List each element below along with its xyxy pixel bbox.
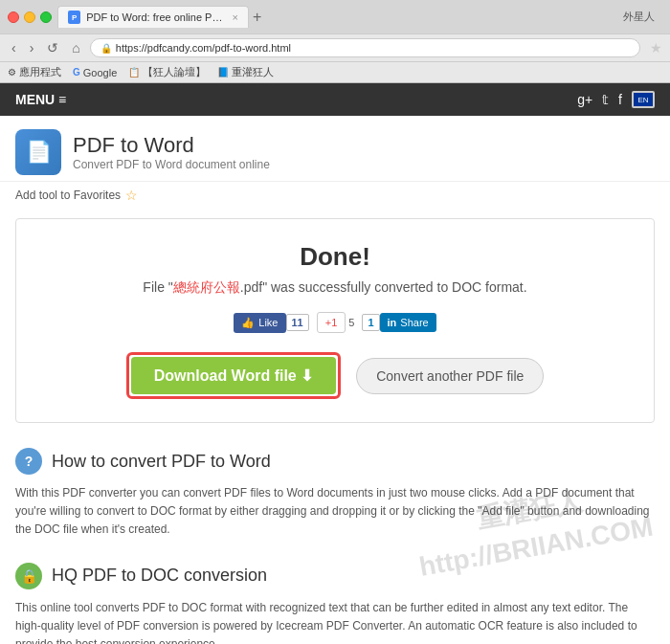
how-to-header: ? How to convert PDF to Word — [15, 448, 655, 475]
forum-icon: 📋 — [128, 67, 140, 78]
menu-button[interactable]: MENU ≡ — [15, 92, 66, 107]
favorites-star-icon[interactable]: ☆ — [125, 188, 138, 203]
url-text: https://pdfcandy.com/pdf-to-word.html — [116, 42, 291, 54]
app-icon-symbol: 📄 — [26, 140, 52, 165]
tab-bar: P PDF to Word: free online PDF × × + — [57, 6, 261, 28]
hq-title: HQ PDF to DOC conversion — [52, 566, 267, 586]
active-tab[interactable]: P PDF to Word: free online PDF × × — [57, 6, 249, 28]
bookmark-apps-label: 應用程式 — [19, 65, 61, 79]
favorites-bar: Add tool to Favorites ☆ — [0, 182, 670, 209]
home-button[interactable]: ⌂ — [68, 38, 83, 57]
app-subtitle: Convert PDF to Word document online — [73, 158, 270, 171]
nav-social-icons: g+ 𝕥 f EN — [577, 91, 655, 108]
how-to-icon: ? — [15, 448, 42, 475]
bookmark-forum-label: 【狂人論壇】 — [143, 65, 206, 79]
download-button-wrapper: Download Word file ⬇ — [126, 352, 341, 399]
how-to-title: How to convert PDF to Word — [52, 452, 271, 472]
bookmarks-bar: ⚙ 應用程式 G Google 📋 【狂人論壇】 📘 重灌狂人 — [0, 61, 670, 82]
app-title-block: PDF to Word Convert PDF to Word document… — [73, 133, 270, 171]
bookmark-briian[interactable]: 📘 重灌狂人 — [217, 65, 274, 79]
facebook-count: 11 — [286, 314, 309, 331]
language-selector[interactable]: EN — [632, 91, 655, 108]
facebook-like-label: Like — [258, 317, 278, 328]
gplus-nav-icon[interactable]: g+ — [577, 92, 592, 107]
subtitle-post: .pdf" was successfully converted to DOC … — [240, 279, 527, 295]
app-title: PDF to Word — [73, 133, 270, 158]
hq-header: 🔒 HQ PDF to DOC conversion — [15, 563, 655, 589]
url-input[interactable]: 🔒 https://pdfcandy.com/pdf-to-word.html — [90, 38, 640, 57]
hq-section: 🔒 HQ PDF to DOC conversion This online t… — [0, 547, 670, 644]
briian-icon: 📘 — [217, 67, 229, 78]
convert-another-button[interactable]: Convert another PDF file — [356, 358, 544, 394]
top-navigation: MENU ≡ g+ 𝕥 f EN — [0, 83, 670, 116]
conversion-result-card: Done! File "總統府公報.pdf" was successfully … — [15, 218, 655, 423]
converted-filename: 總統府公報 — [173, 279, 240, 295]
social-share-row: 👍 Like 11 +1 5 1 in Share — [39, 312, 631, 333]
bookmark-google-label: Google — [83, 67, 117, 78]
subtitle-pre: File " — [143, 279, 172, 295]
back-button[interactable]: ‹ — [8, 38, 20, 57]
download-word-button[interactable]: Download Word file ⬇ — [131, 357, 336, 394]
twitter-nav-icon[interactable]: 𝕥 — [602, 92, 609, 107]
facebook-like-icon: 👍 — [241, 317, 255, 329]
bookmark-forum[interactable]: 📋 【狂人論壇】 — [128, 65, 206, 79]
linkedin-share-button[interactable]: in Share — [380, 313, 436, 332]
gplus-count: 5 — [348, 317, 354, 328]
maximize-button[interactable] — [40, 11, 52, 23]
how-to-section: ? How to convert PDF to Word With this P… — [0, 433, 670, 547]
hq-icon: 🔒 — [15, 563, 42, 589]
how-to-text: With this PDF converter you can convert … — [15, 484, 655, 540]
facebook-like-button[interactable]: 👍 Like — [234, 313, 285, 333]
done-subtitle: File "總統府公報.pdf" was successfully conver… — [39, 279, 631, 297]
hq-text: This online tool converts PDF to DOC for… — [15, 599, 655, 644]
linkedin-in-label: in — [388, 317, 397, 328]
page-header: 📄 PDF to Word Convert PDF to Word docume… — [0, 116, 670, 182]
google-icon: G — [73, 67, 80, 78]
bookmark-briian-label: 重灌狂人 — [232, 65, 274, 79]
apps-icon: ⚙ — [8, 67, 16, 78]
favorites-label: Add tool to Favorites — [15, 189, 121, 202]
done-title: Done! — [39, 242, 631, 272]
app-icon: 📄 — [15, 129, 61, 175]
traffic-lights — [8, 11, 52, 23]
gplus-button[interactable]: +1 — [317, 312, 346, 333]
tab-close-icon[interactable]: × — [233, 11, 238, 23]
bookmark-google[interactable]: G Google — [73, 67, 117, 78]
new-tab-button[interactable]: + — [253, 9, 261, 26]
linkedin-share-label: Share — [400, 317, 428, 328]
lock-icon: 🔒 — [100, 43, 112, 54]
reload-button[interactable]: ↺ — [43, 38, 62, 57]
linkedin-count: 1 — [362, 314, 379, 331]
minimize-button[interactable] — [24, 11, 35, 23]
address-bar: ‹ › ↺ ⌂ 🔒 https://pdfcandy.com/pdf-to-wo… — [0, 33, 670, 61]
outer-label: 外星人 — [623, 10, 662, 24]
forward-button[interactable]: › — [26, 38, 38, 57]
close-button[interactable] — [8, 11, 19, 23]
tab-title: PDF to Word: free online PDF × — [86, 11, 226, 23]
bookmark-apps[interactable]: ⚙ 應用程式 — [8, 65, 61, 79]
tab-favicon: P — [68, 11, 80, 24]
facebook-nav-icon[interactable]: f — [618, 92, 622, 107]
action-row: Download Word file ⬇ Convert another PDF… — [39, 352, 631, 399]
page-content: MENU ≡ g+ 𝕥 f EN 📄 PDF to Word Convert P… — [0, 83, 670, 644]
bookmark-star-icon[interactable]: ★ — [650, 40, 662, 56]
